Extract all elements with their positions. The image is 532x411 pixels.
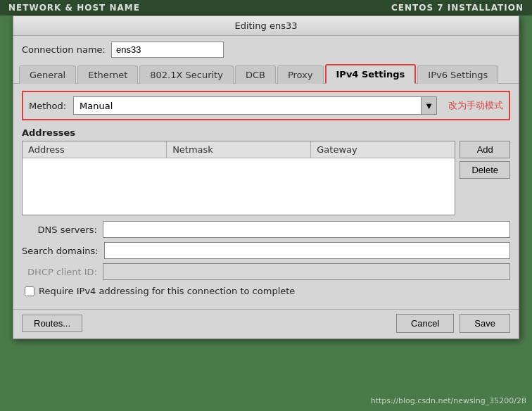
require-ipv4-checkbox[interactable] <box>25 286 34 296</box>
top-bar-left: Network & Host Name <box>8 3 140 13</box>
table-buttons: Add Delete <box>460 141 510 215</box>
addresses-title: Addresses <box>22 127 510 138</box>
tab-ethernet[interactable]: Ethernet <box>77 65 138 84</box>
addresses-container: Address Netmask Gateway Add Delete <box>22 141 510 215</box>
tabs-bar: General Ethernet 802.1X Security DCB Pro… <box>13 63 519 84</box>
dhcp-input <box>103 263 510 280</box>
require-ipv4-label: Require IPv4 addressing for this connect… <box>39 286 295 296</box>
dns-row: DNS servers: <box>22 221 510 238</box>
dns-label: DNS servers: <box>22 225 103 235</box>
tab-proxy[interactable]: Proxy <box>277 65 324 84</box>
method-dropdown-button[interactable]: ▼ <box>422 96 437 115</box>
search-row: Search domains: <box>22 242 510 259</box>
col-gateway: Gateway <box>311 141 455 158</box>
method-select-container: Manual ▼ <box>73 96 437 115</box>
method-annotation: 改为手动模式 <box>448 99 503 112</box>
dhcp-label: DHCP client ID: <box>22 267 103 277</box>
dialog: Editing ens33 Connection name: General E… <box>13 15 519 339</box>
tab-8021x[interactable]: 802.1X Security <box>139 65 234 84</box>
table-header: Address Netmask Gateway <box>23 141 455 158</box>
add-button[interactable]: Add <box>460 141 510 158</box>
tab-general[interactable]: General <box>19 65 76 84</box>
search-input[interactable] <box>104 242 510 259</box>
method-label: Method: <box>29 101 68 111</box>
dialog-title: Editing ens33 <box>13 16 519 36</box>
addresses-section: Addresses Address Netmask Gateway Add De… <box>22 127 510 215</box>
checkbox-row: Require IPv4 addressing for this connect… <box>22 286 510 296</box>
save-button[interactable]: Save <box>460 314 510 333</box>
routes-button[interactable]: Routes... <box>22 315 82 332</box>
delete-button[interactable]: Delete <box>460 161 510 179</box>
dhcp-row: DHCP client ID: <box>22 263 510 280</box>
method-value: Manual <box>73 96 422 115</box>
search-label: Search domains: <box>22 246 104 256</box>
connection-name-label: Connection name: <box>22 44 106 55</box>
top-bar: Network & Host Name CentOS 7 Installatio… <box>0 0 532 15</box>
connection-name-row: Connection name: <box>13 36 519 63</box>
col-netmask: Netmask <box>167 141 311 158</box>
dns-input[interactable] <box>103 221 510 238</box>
ipv4-content: Method: Manual ▼ 改为手动模式 Addresses Addres… <box>13 84 519 309</box>
tab-ipv4[interactable]: IPv4 Settings <box>325 64 417 84</box>
method-row: Method: Manual ▼ 改为手动模式 <box>22 91 510 120</box>
footer-buttons: Cancel Save <box>396 314 510 333</box>
watermark: https://blog.csdn.net/newsing_35200/28 <box>371 396 526 405</box>
table-body[interactable] <box>23 158 455 215</box>
bottom-row: Routes... Cancel Save <box>13 309 519 339</box>
cancel-button[interactable]: Cancel <box>396 314 454 333</box>
addresses-table: Address Netmask Gateway <box>22 141 455 215</box>
top-bar-right: CentOS 7 Installation <box>391 3 524 13</box>
tab-ipv6[interactable]: IPv6 Settings <box>417 65 498 84</box>
connection-name-input[interactable] <box>111 42 224 58</box>
col-address: Address <box>23 141 167 158</box>
tab-dcb[interactable]: DCB <box>235 65 276 84</box>
